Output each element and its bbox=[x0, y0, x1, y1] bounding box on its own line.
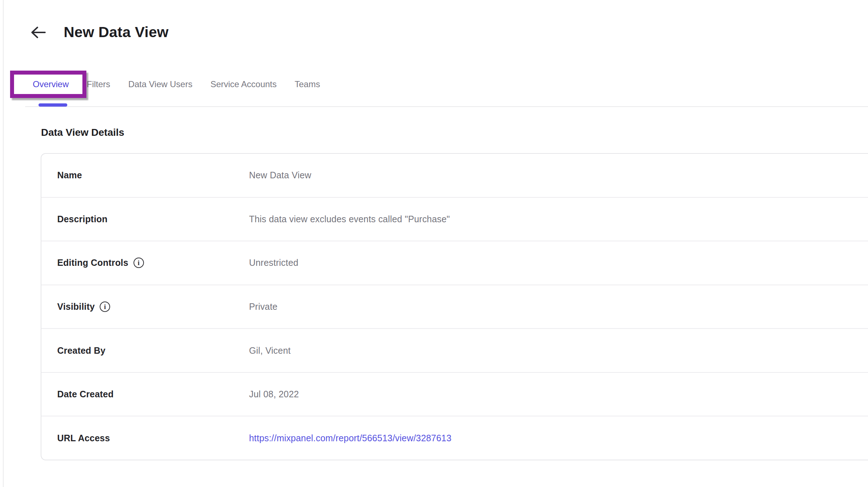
row-label: Editing Controls i bbox=[57, 258, 249, 268]
row-value: Unrestricted bbox=[249, 258, 298, 268]
table-row-editing-controls: Editing Controls i Unrestricted bbox=[41, 241, 868, 285]
back-button[interactable] bbox=[30, 24, 46, 41]
row-label: Date Created bbox=[57, 389, 249, 399]
tab-bar: Overview Filters Data View Users Service… bbox=[33, 75, 320, 94]
page-header: New Data View bbox=[30, 24, 168, 41]
url-access-link[interactable]: https://mixpanel.com/report/566513/view/… bbox=[249, 433, 452, 443]
row-value: https://mixpanel.com/report/566513/view/… bbox=[249, 433, 452, 443]
row-label: Name bbox=[57, 170, 249, 180]
active-tab-indicator bbox=[39, 103, 67, 107]
info-icon[interactable]: i bbox=[100, 301, 110, 312]
row-value: New Data View bbox=[249, 170, 311, 180]
tab-teams[interactable]: Teams bbox=[295, 79, 320, 89]
table-row-created-by: Created By Gil, Vicent bbox=[41, 329, 868, 373]
tab-data-view-users[interactable]: Data View Users bbox=[128, 79, 192, 89]
row-value: Jul 08, 2022 bbox=[249, 389, 299, 399]
table-row-name: Name New Data View bbox=[41, 154, 868, 198]
info-icon[interactable]: i bbox=[134, 258, 144, 268]
row-label: Visibility i bbox=[57, 301, 249, 312]
tabs-divider bbox=[25, 106, 868, 107]
section-heading: Data View Details bbox=[41, 127, 124, 138]
row-label: Description bbox=[57, 214, 249, 224]
tab-service-accounts[interactable]: Service Accounts bbox=[211, 79, 277, 89]
row-value: Private bbox=[249, 301, 277, 312]
arrow-left-icon bbox=[30, 26, 46, 39]
tab-overview[interactable]: Overview bbox=[33, 79, 69, 89]
page-left-border bbox=[3, 0, 4, 487]
page-title: New Data View bbox=[64, 24, 168, 41]
table-row-description: Description This data view excludes even… bbox=[41, 198, 868, 242]
row-label: URL Access bbox=[57, 433, 249, 443]
row-label: Created By bbox=[57, 345, 249, 356]
table-row-visibility: Visibility i Private bbox=[41, 285, 868, 329]
row-value: Gil, Vicent bbox=[249, 345, 291, 356]
table-row-url-access: URL Access https://mixpanel.com/report/5… bbox=[41, 416, 868, 460]
tab-filters[interactable]: Filters bbox=[87, 79, 110, 89]
details-card: Name New Data View Description This data… bbox=[41, 153, 868, 460]
table-row-date-created: Date Created Jul 08, 2022 bbox=[41, 373, 868, 417]
row-value: This data view excludes events called "P… bbox=[249, 214, 450, 224]
